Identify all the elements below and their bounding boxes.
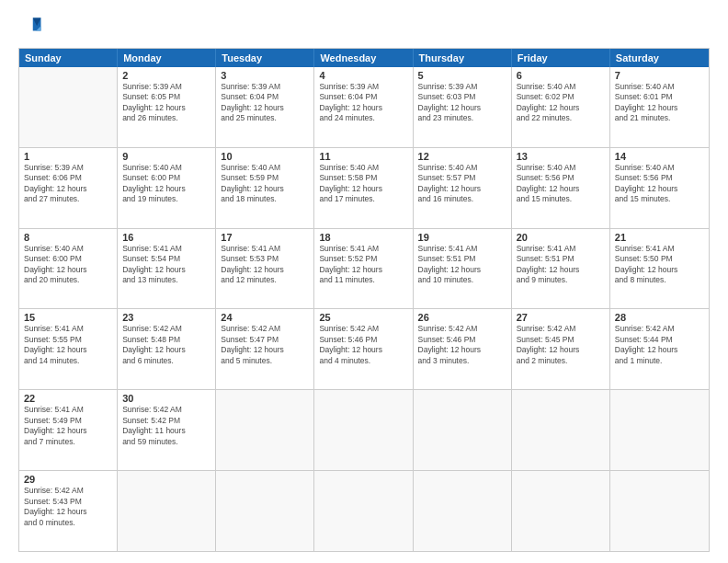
calendar-cell: 6Sunrise: 5:40 AM Sunset: 6:02 PM Daylig… (512, 67, 610, 147)
day-number: 3 (221, 70, 309, 81)
cell-content: Sunrise: 5:41 AM Sunset: 5:52 PM Dayligh… (319, 244, 407, 286)
day-number: 30 (122, 393, 210, 404)
calendar-cell: 8Sunrise: 5:40 AM Sunset: 6:00 PM Daylig… (19, 229, 118, 309)
day-number: 14 (615, 151, 704, 162)
calendar-cell: 25Sunrise: 5:42 AM Sunset: 5:46 PM Dayli… (314, 309, 413, 389)
calendar-row: 1Sunrise: 5:39 AM Sunset: 6:06 PM Daylig… (19, 147, 709, 228)
header-day-wednesday: Wednesday (314, 49, 413, 67)
cell-content: Sunrise: 5:39 AM Sunset: 6:03 PM Dayligh… (418, 82, 506, 124)
cell-content: Sunrise: 5:39 AM Sunset: 6:05 PM Dayligh… (122, 82, 210, 124)
day-number: 25 (319, 312, 407, 323)
day-number: 12 (418, 151, 506, 162)
day-number: 7 (615, 70, 704, 81)
cell-content: Sunrise: 5:42 AM Sunset: 5:42 PM Dayligh… (122, 405, 210, 447)
day-number: 11 (319, 151, 407, 162)
cell-content: Sunrise: 5:41 AM Sunset: 5:50 PM Dayligh… (615, 244, 704, 286)
day-number: 8 (24, 232, 112, 243)
calendar-cell: 24Sunrise: 5:42 AM Sunset: 5:47 PM Dayli… (216, 309, 314, 389)
calendar-header: SundayMondayTuesdayWednesdayThursdayFrid… (19, 49, 709, 67)
calendar-cell: 15Sunrise: 5:41 AM Sunset: 5:55 PM Dayli… (19, 309, 118, 389)
calendar-row: 22Sunrise: 5:41 AM Sunset: 5:49 PM Dayli… (19, 389, 709, 470)
header-day-sunday: Sunday (19, 49, 118, 67)
calendar-cell: 19Sunrise: 5:41 AM Sunset: 5:51 PM Dayli… (414, 229, 512, 309)
logo-icon (18, 15, 44, 40)
cell-content: Sunrise: 5:40 AM Sunset: 6:02 PM Dayligh… (517, 82, 605, 124)
calendar-cell: 3Sunrise: 5:39 AM Sunset: 6:04 PM Daylig… (216, 67, 314, 147)
cell-content: Sunrise: 5:42 AM Sunset: 5:43 PM Dayligh… (24, 486, 112, 528)
cell-content: Sunrise: 5:42 AM Sunset: 5:44 PM Dayligh… (615, 324, 704, 366)
day-number: 26 (418, 312, 506, 323)
calendar-cell: 26Sunrise: 5:42 AM Sunset: 5:46 PM Dayli… (414, 309, 512, 389)
cell-content: Sunrise: 5:40 AM Sunset: 6:00 PM Dayligh… (122, 163, 210, 205)
cell-content: Sunrise: 5:41 AM Sunset: 5:49 PM Dayligh… (24, 405, 112, 447)
cell-content: Sunrise: 5:39 AM Sunset: 6:04 PM Dayligh… (221, 82, 309, 124)
header-day-monday: Monday (118, 49, 216, 67)
calendar-cell (118, 471, 216, 551)
calendar-cell: 5Sunrise: 5:39 AM Sunset: 6:03 PM Daylig… (414, 67, 512, 147)
day-number: 6 (517, 70, 605, 81)
header-day-thursday: Thursday (414, 49, 512, 67)
calendar-cell: 21Sunrise: 5:41 AM Sunset: 5:50 PM Dayli… (610, 229, 709, 309)
cell-content: Sunrise: 5:42 AM Sunset: 5:45 PM Dayligh… (517, 324, 605, 366)
calendar-cell: 4Sunrise: 5:39 AM Sunset: 6:04 PM Daylig… (314, 67, 413, 147)
calendar-cell (19, 67, 118, 147)
cell-content: Sunrise: 5:40 AM Sunset: 5:56 PM Dayligh… (615, 163, 704, 205)
calendar-cell: 9Sunrise: 5:40 AM Sunset: 6:00 PM Daylig… (118, 148, 216, 228)
calendar-row: 15Sunrise: 5:41 AM Sunset: 5:55 PM Dayli… (19, 308, 709, 389)
day-number: 9 (122, 151, 210, 162)
day-number: 29 (24, 474, 112, 485)
cell-content: Sunrise: 5:40 AM Sunset: 5:57 PM Dayligh… (418, 163, 506, 205)
calendar-cell (314, 390, 413, 470)
day-number: 1 (24, 151, 112, 162)
day-number: 24 (221, 312, 309, 323)
cell-content: Sunrise: 5:40 AM Sunset: 5:58 PM Dayligh… (319, 163, 407, 205)
calendar-row: 2Sunrise: 5:39 AM Sunset: 6:05 PM Daylig… (19, 67, 709, 147)
page: SundayMondayTuesdayWednesdayThursdayFrid… (0, 0, 728, 563)
cell-content: Sunrise: 5:42 AM Sunset: 5:47 PM Dayligh… (221, 324, 309, 366)
calendar-cell: 14Sunrise: 5:40 AM Sunset: 5:56 PM Dayli… (610, 148, 709, 228)
cell-content: Sunrise: 5:41 AM Sunset: 5:54 PM Dayligh… (122, 244, 210, 286)
cell-content: Sunrise: 5:39 AM Sunset: 6:04 PM Dayligh… (319, 82, 407, 124)
header (18, 15, 710, 40)
cell-content: Sunrise: 5:40 AM Sunset: 5:59 PM Dayligh… (221, 163, 309, 205)
day-number: 18 (319, 232, 407, 243)
calendar-cell (512, 471, 610, 551)
cell-content: Sunrise: 5:40 AM Sunset: 6:00 PM Dayligh… (24, 244, 112, 286)
day-number: 15 (24, 312, 112, 323)
cell-content: Sunrise: 5:42 AM Sunset: 5:48 PM Dayligh… (122, 324, 210, 366)
calendar-cell: 30Sunrise: 5:42 AM Sunset: 5:42 PM Dayli… (118, 390, 216, 470)
day-number: 19 (418, 232, 506, 243)
calendar-cell: 29Sunrise: 5:42 AM Sunset: 5:43 PM Dayli… (19, 471, 118, 551)
calendar-body: 2Sunrise: 5:39 AM Sunset: 6:05 PM Daylig… (19, 67, 709, 551)
header-day-friday: Friday (512, 49, 610, 67)
day-number: 2 (122, 70, 210, 81)
day-number: 21 (615, 232, 704, 243)
calendar-cell (414, 390, 512, 470)
day-number: 27 (517, 312, 605, 323)
calendar-cell: 27Sunrise: 5:42 AM Sunset: 5:45 PM Dayli… (512, 309, 610, 389)
day-number: 4 (319, 70, 407, 81)
calendar-cell: 13Sunrise: 5:40 AM Sunset: 5:56 PM Dayli… (512, 148, 610, 228)
day-number: 23 (122, 312, 210, 323)
calendar-cell (414, 471, 512, 551)
day-number: 20 (517, 232, 605, 243)
calendar-cell: 18Sunrise: 5:41 AM Sunset: 5:52 PM Dayli… (314, 229, 413, 309)
day-number: 16 (122, 232, 210, 243)
cell-content: Sunrise: 5:40 AM Sunset: 5:56 PM Dayligh… (517, 163, 605, 205)
header-day-tuesday: Tuesday (216, 49, 314, 67)
cell-content: Sunrise: 5:41 AM Sunset: 5:55 PM Dayligh… (24, 324, 112, 366)
cell-content: Sunrise: 5:41 AM Sunset: 5:53 PM Dayligh… (221, 244, 309, 286)
logo (18, 15, 48, 40)
calendar-cell: 7Sunrise: 5:40 AM Sunset: 6:01 PM Daylig… (610, 67, 709, 147)
cell-content: Sunrise: 5:41 AM Sunset: 5:51 PM Dayligh… (517, 244, 605, 286)
cell-content: Sunrise: 5:39 AM Sunset: 6:06 PM Dayligh… (24, 163, 112, 205)
calendar-cell: 10Sunrise: 5:40 AM Sunset: 5:59 PM Dayli… (216, 148, 314, 228)
calendar-row: 29Sunrise: 5:42 AM Sunset: 5:43 PM Dayli… (19, 470, 709, 551)
calendar-cell: 12Sunrise: 5:40 AM Sunset: 5:57 PM Dayli… (414, 148, 512, 228)
calendar-cell (216, 471, 314, 551)
calendar-cell: 17Sunrise: 5:41 AM Sunset: 5:53 PM Dayli… (216, 229, 314, 309)
day-number: 10 (221, 151, 309, 162)
calendar-cell: 1Sunrise: 5:39 AM Sunset: 6:06 PM Daylig… (19, 148, 118, 228)
day-number: 22 (24, 393, 112, 404)
cell-content: Sunrise: 5:41 AM Sunset: 5:51 PM Dayligh… (418, 244, 506, 286)
